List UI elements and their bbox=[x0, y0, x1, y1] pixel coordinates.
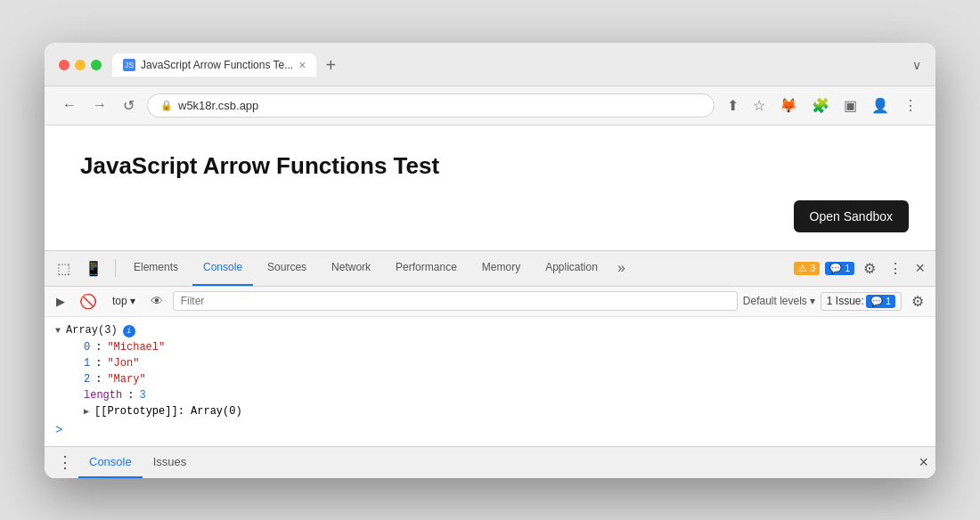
tab-memory[interactable]: Memory bbox=[471, 250, 531, 286]
forward-button[interactable]: → bbox=[89, 95, 110, 115]
info-count: 1 bbox=[845, 263, 850, 273]
devtools-right-actions: ⚠ 3 💬 1 ⚙ ⋮ × bbox=[794, 256, 928, 281]
tab-application[interactable]: Application bbox=[535, 250, 608, 286]
browser-window: JS JavaScript Arrow Functions Te... × + … bbox=[45, 43, 935, 478]
default-levels-arrow: ▾ bbox=[810, 295, 815, 307]
traffic-light-fullscreen[interactable] bbox=[91, 60, 102, 70]
address-bar: ← → ↺ 🔒 w5k18r.csb.app ⬆ ☆ 🦊 🧩 ▣ 👤 ⋮ bbox=[45, 86, 935, 126]
reload-button[interactable]: ↺ bbox=[119, 95, 138, 116]
traffic-light-close[interactable] bbox=[59, 60, 69, 70]
tab-label: JavaScript Arrow Functions Te... bbox=[141, 59, 293, 71]
console-execute-button[interactable]: ▶ bbox=[52, 292, 69, 311]
page-title: JavaScript Arrow Functions Test bbox=[80, 152, 900, 180]
item-index-1: 1 bbox=[84, 357, 90, 370]
console-output: ▼ Array(3) i 0 : "Michael" 1 : "Jon" 2 : bbox=[45, 317, 935, 446]
browser-tab-active[interactable]: JS JavaScript Arrow Functions Te... × bbox=[112, 53, 316, 77]
lock-icon: 🔒 bbox=[160, 100, 173, 111]
console-array-root: ▼ Array(3) i bbox=[45, 322, 935, 339]
more-tabs-button[interactable]: » bbox=[612, 256, 631, 280]
traffic-lights bbox=[59, 60, 102, 70]
devtools-close-button[interactable]: × bbox=[911, 256, 928, 281]
devtools-device-button[interactable]: 📱 bbox=[79, 256, 108, 280]
devtools-panel: ⬚ 📱 Elements Console Sources Network Per… bbox=[45, 250, 935, 478]
issues-count-icon: 💬 bbox=[870, 296, 883, 307]
toggle-sidebar-button[interactable]: ▣ bbox=[840, 95, 861, 116]
more-options-button[interactable]: ⋮ bbox=[900, 95, 921, 116]
array-label: Array(3) bbox=[66, 324, 118, 337]
tab-favicon: JS bbox=[123, 59, 135, 71]
warning-count: 3 bbox=[810, 263, 815, 273]
array-expand-arrow[interactable]: ▼ bbox=[55, 326, 61, 336]
issues-count-badge: 💬 1 bbox=[866, 295, 895, 308]
bottom-tab-console[interactable]: Console bbox=[78, 446, 143, 478]
devtools-separator bbox=[115, 259, 116, 277]
tab-network[interactable]: Network bbox=[321, 250, 381, 286]
devtools-toolbar: ⬚ 📱 Elements Console Sources Network Per… bbox=[45, 251, 935, 287]
info-icon: 💬 bbox=[829, 263, 842, 274]
warning-badge: ⚠ 3 bbox=[794, 262, 820, 275]
info-badge: 💬 1 bbox=[825, 262, 854, 275]
tab-console[interactable]: Console bbox=[192, 250, 253, 286]
devtools-settings-button[interactable]: ⚙ bbox=[860, 256, 879, 280]
address-bar-actions: ⬆ ☆ 🦊 🧩 ▣ 👤 ⋮ bbox=[723, 95, 921, 116]
traffic-light-minimize[interactable] bbox=[75, 60, 86, 70]
back-button[interactable]: ← bbox=[59, 95, 80, 115]
console-filter-input[interactable] bbox=[173, 291, 738, 311]
console-context-value: top bbox=[112, 295, 127, 307]
default-levels-label: Default levels bbox=[743, 295, 807, 307]
tab-sources[interactable]: Sources bbox=[257, 250, 317, 286]
default-levels-button[interactable]: Default levels ▾ bbox=[743, 295, 815, 307]
array-info-badge: i bbox=[123, 325, 135, 337]
window-more-button[interactable]: ∨ bbox=[912, 58, 921, 72]
console-prompt[interactable]: > bbox=[45, 419, 935, 441]
tab-elements[interactable]: Elements bbox=[123, 250, 189, 286]
profile-fox-button[interactable]: 🦊 bbox=[776, 95, 801, 116]
item-value-1: "Jon" bbox=[107, 357, 139, 370]
profile-button[interactable]: 👤 bbox=[868, 95, 893, 116]
array-prototype: ▶ [[Prototype]]: Array(0) bbox=[73, 403, 935, 419]
address-text: w5k18r.csb.app bbox=[178, 99, 258, 112]
item-value-0: "Michael" bbox=[107, 341, 165, 353]
prototype-expand-arrow[interactable]: ▶ bbox=[84, 406, 89, 417]
item-index-0: 0 bbox=[84, 341, 90, 353]
bookmark-icon-button[interactable]: ☆ bbox=[749, 95, 769, 116]
console-clear-button[interactable]: 🚫 bbox=[75, 290, 102, 313]
item-index-2: 2 bbox=[84, 373, 90, 386]
console-context-selector[interactable]: top ▾ bbox=[107, 293, 141, 309]
browser-tabs: JS JavaScript Arrow Functions Te... × + bbox=[112, 53, 902, 77]
devtools-inspect-button[interactable]: ⬚ bbox=[52, 256, 76, 280]
array-length: length : 3 bbox=[73, 387, 935, 403]
cast-icon-button[interactable]: ⬆ bbox=[723, 95, 742, 116]
context-dropdown-arrow: ▾ bbox=[130, 295, 135, 307]
console-gear-button[interactable]: ⚙ bbox=[907, 290, 928, 313]
devtools-kebab-button[interactable]: ⋮ bbox=[885, 256, 906, 280]
console-eye-button[interactable]: 👁 bbox=[146, 291, 167, 311]
issues-count: 1 bbox=[886, 296, 891, 306]
array-item-2: 2 : "Mary" bbox=[73, 371, 935, 387]
bottom-more-button[interactable]: ⋮ bbox=[52, 449, 78, 475]
prototype-label: [[Prototype]]: Array(0) bbox=[94, 405, 242, 418]
tab-close-button[interactable]: × bbox=[298, 59, 306, 71]
bottom-tabs: ⋮ Console Issues × bbox=[45, 446, 935, 478]
open-sandbox-button[interactable]: Open Sandbox bbox=[794, 200, 909, 232]
new-tab-button[interactable]: + bbox=[320, 56, 341, 74]
title-bar: JS JavaScript Arrow Functions Te... × + … bbox=[45, 43, 935, 86]
bottom-close-button[interactable]: × bbox=[919, 453, 928, 472]
console-toolbar: ▶ 🚫 top ▾ 👁 Default levels ▾ 1 Issue: 💬 … bbox=[45, 287, 935, 317]
issues-badge[interactable]: 1 Issue: 💬 1 bbox=[821, 292, 902, 311]
extensions-button[interactable]: 🧩 bbox=[808, 95, 833, 116]
length-val: 3 bbox=[139, 389, 145, 402]
issues-label: 1 Issue: bbox=[827, 295, 864, 307]
array-item-1: 1 : "Jon" bbox=[73, 355, 935, 371]
address-input-container[interactable]: 🔒 w5k18r.csb.app bbox=[147, 93, 715, 118]
tab-performance[interactable]: Performance bbox=[385, 250, 468, 286]
bottom-tab-issues[interactable]: Issues bbox=[143, 446, 198, 478]
console-array-items: 0 : "Michael" 1 : "Jon" 2 : "Mary" lengt… bbox=[45, 339, 935, 419]
warning-icon: ⚠ bbox=[798, 263, 807, 274]
array-item-0: 0 : "Michael" bbox=[73, 339, 935, 355]
page-content: JavaScript Arrow Functions Test Open San… bbox=[45, 126, 935, 250]
item-value-2: "Mary" bbox=[107, 373, 145, 386]
length-key: length bbox=[84, 389, 122, 402]
